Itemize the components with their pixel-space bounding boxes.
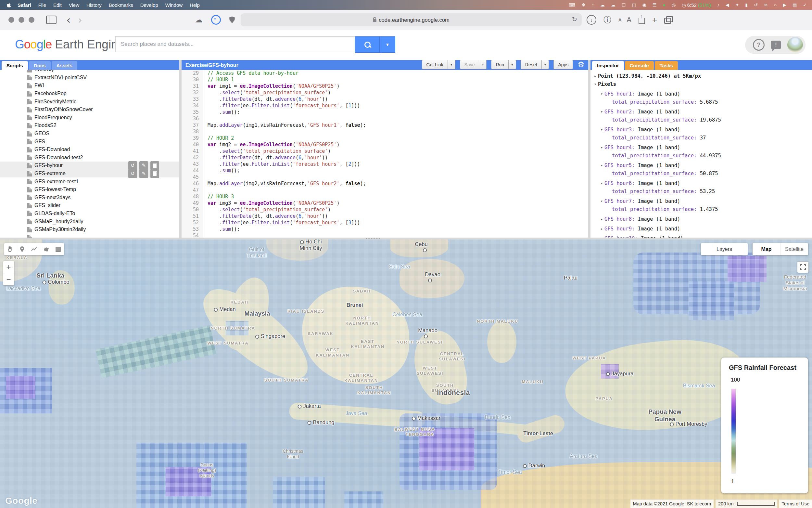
search-button[interactable] <box>355 36 380 53</box>
inspector-layer-row[interactable]: ▾GFS hour2: Image (1 band) <box>592 108 812 116</box>
cloud-icon[interactable]: ☁ <box>600 3 605 7</box>
battery-icon[interactable]: ▮ <box>746 3 748 7</box>
collapse-icon[interactable]: ▾ <box>599 199 605 204</box>
code-line-51[interactable]: .filterDate(dt, dt.advance(6,'hour')) <box>207 213 366 219</box>
tab-assets[interactable]: Assets <box>52 61 77 70</box>
volume-icon[interactable]: ◀ <box>726 3 729 7</box>
tab-overview-icon[interactable] <box>664 18 671 24</box>
reload-icon[interactable]: ↻ <box>572 15 577 23</box>
tab-docs[interactable]: Docs <box>29 61 51 70</box>
collapse-icon[interactable]: ▾ <box>599 92 605 96</box>
code-line-42[interactable]: .filterDate(dt, dt.advance(6,'hour')) <box>207 155 366 161</box>
password-extension-icon[interactable] <box>211 15 221 25</box>
code-line-46[interactable]: Map.addLayer(img2,visRainForecast,'GFS h… <box>207 180 366 187</box>
expand-icon[interactable]: ▸ <box>599 226 605 231</box>
history-icon[interactable]: ↺ <box>128 161 137 170</box>
zoom-in-button[interactable]: + <box>3 261 14 273</box>
polygon-icon[interactable] <box>40 243 52 255</box>
code-line-52[interactable]: .filter(ee.Filter.inList('forecast_hours… <box>207 219 366 226</box>
script-item-facebookpop[interactable]: FacebookPop <box>0 90 179 98</box>
time-machine-icon[interactable]: ↺ <box>754 3 758 7</box>
share-icon[interactable] <box>638 18 645 24</box>
menu-file[interactable]: File <box>35 2 50 8</box>
map-type-satellite[interactable]: Satellite <box>780 243 808 255</box>
search-input[interactable] <box>115 36 355 52</box>
map[interactable]: KERALASri LankaColomboLaccadive SeaHo Ch… <box>0 240 812 508</box>
menu-develop[interactable]: Develop <box>137 2 162 8</box>
script-item-floodss2[interactable]: FloodsS2 <box>0 122 179 130</box>
collapse-icon[interactable]: ▾ <box>599 181 605 185</box>
downloads-icon[interactable]: ↓ <box>586 15 596 25</box>
script-item-gfs[interactable]: GFS <box>0 137 179 145</box>
layers-button[interactable]: Layers <box>701 243 748 255</box>
code-content[interactable]: // Access GFS data hour-by-hour// HOUR 1… <box>203 70 366 238</box>
script-item-gldas-daily-eto[interactable]: GLDAS-daily-ETo <box>0 210 179 218</box>
map-type-map[interactable]: Map <box>753 243 780 255</box>
inspector-layer-row[interactable]: ▸GFS hour8: Image (1 band) <box>592 215 812 223</box>
tab-tasks[interactable]: Tasks <box>655 61 678 70</box>
script-item-firstdayofnosnowcover[interactable]: FirstDayOfNoSnowCover <box>0 105 179 114</box>
play-circle-icon[interactable]: ▶ <box>783 3 786 7</box>
inspector-layer-row[interactable]: ▾GFS hour4: Image (1 band) <box>592 143 812 152</box>
cloud-icon-2[interactable]: ☁ <box>611 3 616 7</box>
menu-edit[interactable]: Edit <box>50 2 65 8</box>
collapse-icon[interactable]: ▾ <box>592 82 598 86</box>
panel-splitter[interactable] <box>588 60 590 238</box>
code-editor[interactable]: 2930313233343536373839404142434445464748… <box>182 70 588 238</box>
code-line-39[interactable]: // HOUR 2 <box>207 135 366 141</box>
script-item-gfs-next3days[interactable]: GFS-next3days <box>0 194 179 202</box>
tab-console[interactable]: Console <box>625 61 654 70</box>
reset-dropdown[interactable]: ▼ <box>542 60 549 69</box>
zoom-out-button[interactable]: − <box>3 273 14 285</box>
tab-scripts[interactable]: Scripts <box>2 61 28 70</box>
code-line-47[interactable] <box>207 187 366 194</box>
script-item-gsmapby30min2daily[interactable]: GSMaPby30min2daily <box>0 225 179 234</box>
inspector-layer-row[interactable]: ▾GFS hour7: Image (1 band) <box>592 197 812 205</box>
script-item-gsmap_hourly2daily[interactable]: GSMaP_hourly2daily <box>0 217 179 225</box>
polyline-icon[interactable] <box>28 243 40 255</box>
code-line-53[interactable]: .sum(); <box>207 226 366 232</box>
menu-view[interactable]: View <box>65 2 83 8</box>
inspector-pixels-row[interactable]: ▾Pixels <box>592 80 812 88</box>
edit-icon[interactable]: ✎ <box>139 169 148 178</box>
menu-history[interactable]: History <box>83 2 105 8</box>
code-line-50[interactable]: .select('total_precipitation_surface') <box>207 206 366 213</box>
fullscreen-button[interactable] <box>797 262 808 273</box>
script-item[interactable] <box>0 234 179 238</box>
text-larger-icon[interactable]: A <box>627 15 631 24</box>
code-line-35[interactable]: .sum(); <box>207 109 366 115</box>
get-link-button[interactable]: Get Link <box>422 60 448 69</box>
forward-button[interactable]: › <box>78 14 83 25</box>
avatar[interactable] <box>787 37 803 53</box>
script-item-extractndvi-pointcsv[interactable]: ExtractNDVI-pointCSV <box>0 74 179 82</box>
menu-safari[interactable]: Safari <box>14 2 35 8</box>
panel-splitter[interactable] <box>179 60 182 238</box>
pause-circle-icon[interactable]: ◎ <box>672 3 676 7</box>
collapse-icon[interactable]: ▾ <box>599 127 605 132</box>
bell-icon[interactable]: ♪ <box>717 3 719 7</box>
history-icon[interactable]: ↺ <box>128 169 137 178</box>
code-line-36[interactable] <box>207 115 366 122</box>
backup-icon[interactable]: ↑ <box>592 3 594 7</box>
shield-icon[interactable] <box>229 16 235 24</box>
run-dropdown[interactable]: ▼ <box>509 60 516 69</box>
back-button[interactable]: ‹ <box>66 14 71 25</box>
script-item-gfs-lowest-temp[interactable]: GFS-lowest-Temp <box>0 185 179 194</box>
run-button[interactable]: Run <box>491 60 509 69</box>
reader-info-icon[interactable]: ⓘ <box>604 15 611 25</box>
code-line-29[interactable]: // Access GFS data hour-by-hour <box>207 70 366 76</box>
code-line-32[interactable]: .select('total_precipitation_surface') <box>207 89 366 96</box>
code-line-44[interactable]: .sum(); <box>207 167 366 174</box>
menu-bookmarks[interactable]: Bookmarks <box>105 2 137 8</box>
code-line-45[interactable] <box>207 174 366 180</box>
collapse-icon[interactable]: ▾ <box>599 145 605 150</box>
inspector-layer-row[interactable]: ▾GFS hour6: Image (1 band) <box>592 179 812 187</box>
menu-window[interactable]: Window <box>162 2 186 8</box>
script-item-erosivity[interactable]: Erosivity <box>0 70 179 74</box>
status-dot-icon[interactable]: ● <box>663 3 666 7</box>
apple-icon[interactable] <box>6 2 11 8</box>
code-line-34[interactable]: .filter(ee.Filter.inList('forecast_hours… <box>207 102 366 109</box>
script-item-gfs-extreme-test1[interactable]: GFS-extreme-test1 <box>0 177 179 185</box>
code-line-49[interactable]: var img3 = ee.ImageCollection('NOAA/GFS0… <box>207 200 366 206</box>
inspector-layer-row[interactable]: ▸GFS hour9: Image (1 band) <box>592 224 812 233</box>
